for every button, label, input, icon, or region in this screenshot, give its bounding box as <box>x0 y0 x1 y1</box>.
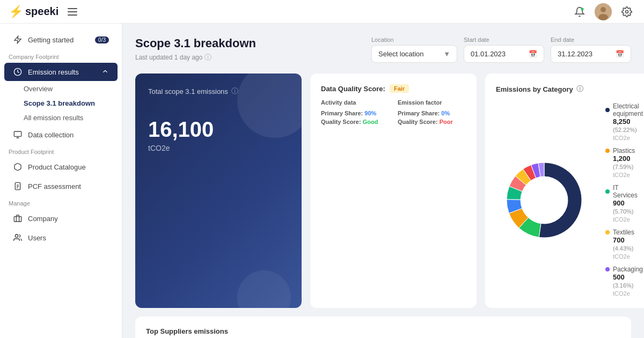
sidebar-item-data-collection[interactable]: Data collection <box>4 126 118 144</box>
start-date-value: 01.01.2023 <box>471 50 506 58</box>
data-collection-icon <box>13 130 23 139</box>
cards-row: Total scope 3.1 emissions ⓘ 16,100 tCO2e… <box>135 74 631 308</box>
sidebar: Getting started 0/3 Company Footprint Em… <box>0 24 122 338</box>
help-icon: ⓘ <box>204 53 211 62</box>
end-date-value: 31.12.2023 <box>558 50 592 58</box>
svg-rect-1 <box>68 11 77 12</box>
quality-table: Activity data Primary Share: 90% Quality… <box>321 99 466 127</box>
emission-results-icon <box>13 67 23 77</box>
page-title-area: Scope 3.1 breakdown Last updated 1 day a… <box>135 36 256 62</box>
topbar: ⚡ speeki <box>0 0 644 24</box>
svg-point-5 <box>601 7 606 12</box>
users-label: Users <box>28 234 46 242</box>
chevron-up-icon <box>101 68 109 77</box>
svg-marker-8 <box>14 36 21 43</box>
emissions-unit: tCO2e <box>148 144 289 152</box>
end-date-input[interactable]: 31.12.2023 📅 <box>551 45 631 63</box>
quality-badge: Fair <box>390 84 409 93</box>
emissions-card: Total scope 3.1 emissions ⓘ 16,100 tCO2e <box>135 74 302 308</box>
legend-item: IT Services 900 (5.70%) tCO2e <box>605 184 643 223</box>
sidebar-item-pcf-assessment[interactable]: PCF assessment <box>4 177 118 195</box>
emission-results-submenu: Overview Scope 3.1 breakdown All emissio… <box>0 82 122 125</box>
gear-icon[interactable] <box>618 3 635 20</box>
section-label-manage: Manage <box>0 196 122 209</box>
svg-point-6 <box>598 14 608 20</box>
location-select-value: Select location <box>378 50 424 58</box>
location-select[interactable]: Select location ▼ <box>371 45 457 63</box>
location-filter-label: Location <box>371 36 457 43</box>
legend-item: Electrical equipment 8,250 (52.22%) tCO2… <box>605 102 643 142</box>
section-label-product: Product Footprint <box>0 144 122 157</box>
svg-rect-10 <box>14 131 21 136</box>
emission-factor-col-title: Emission factor <box>398 99 466 106</box>
svg-point-18 <box>15 234 18 237</box>
users-icon <box>13 233 23 243</box>
emission-quality-score: Quality Score: Poor <box>398 119 466 125</box>
activity-primary-share: Primary Share: 90% <box>321 110 389 116</box>
activity-col-title: Activity data <box>321 99 389 106</box>
legend-dot <box>605 149 610 153</box>
page-subtitle: Last updated 1 day ago ⓘ <box>135 53 256 62</box>
sidebar-item-emission-results[interactable]: Emission results <box>4 63 118 81</box>
pcf-assessment-label: PCF assessment <box>28 182 81 190</box>
activity-data-col: Activity data Primary Share: 90% Quality… <box>321 99 389 127</box>
sidebar-item-scope31[interactable]: Scope 3.1 breakdown <box>24 96 122 111</box>
sidebar-item-getting-started-label: Getting started <box>28 36 74 44</box>
end-date-label: End date <box>551 36 631 43</box>
page-header: Scope 3.1 breakdown Last updated 1 day a… <box>135 36 631 63</box>
svg-point-3 <box>581 8 584 10</box>
sidebar-item-getting-started[interactable]: Getting started 0/3 <box>4 31 118 49</box>
lightning-icon <box>13 35 23 45</box>
emissions-help-icon: ⓘ <box>231 86 238 96</box>
company-icon <box>13 214 23 223</box>
page-title: Scope 3.1 breakdown <box>135 36 256 50</box>
svg-point-7 <box>626 10 628 13</box>
legend-item: Textiles 700 (4.43%) tCO2e <box>605 229 643 260</box>
location-chevron-icon: ▼ <box>443 50 450 58</box>
sidebar-item-product-catalogue[interactable]: Product Catalogue <box>4 158 118 176</box>
getting-started-badge: 0/3 <box>95 36 109 43</box>
topbar-left: ⚡ speeki <box>9 4 80 19</box>
emission-primary-share: Primary Share: 0% <box>398 110 466 116</box>
card-decoration-2 <box>237 270 291 308</box>
bell-icon[interactable] <box>571 3 588 20</box>
suppliers-title: Top Suppliers emissions <box>146 327 620 335</box>
filters: Location Select location ▼ Start date 01… <box>371 36 631 63</box>
svg-rect-17 <box>14 217 21 222</box>
legend-name: Textiles <box>605 229 643 236</box>
legend-dot <box>605 230 610 234</box>
sidebar-item-overview[interactable]: Overview <box>24 82 122 96</box>
quality-card: Data Quality Score: Fair Activity data P… <box>310 74 477 308</box>
topbar-right <box>571 3 635 20</box>
calendar-end-icon: 📅 <box>616 50 624 58</box>
sidebar-item-all-emissions[interactable]: All emission results <box>24 111 122 125</box>
legend-item: Plastics 1,200 (7.59%) tCO2e <box>605 147 643 179</box>
start-date-label: Start date <box>464 36 544 43</box>
sidebar-toggle-button[interactable] <box>65 4 80 19</box>
product-catalogue-icon <box>13 162 23 172</box>
donut-svg <box>496 152 592 248</box>
section-label-company: Company Footprint <box>0 49 122 62</box>
main-content: Scope 3.1 breakdown Last updated 1 day a… <box>122 24 644 338</box>
legend-name: Electrical equipment <box>605 102 643 117</box>
legend-dot <box>605 108 610 112</box>
end-date-filter-group: End date 31.12.2023 📅 <box>551 36 631 63</box>
app-body: Getting started 0/3 Company Footprint Em… <box>0 24 644 338</box>
quality-card-title: Data Quality Score: Fair <box>321 84 466 93</box>
location-filter-group: Location Select location ▼ <box>371 36 457 63</box>
data-collection-label: Data collection <box>28 131 74 139</box>
start-date-input[interactable]: 01.01.2023 📅 <box>464 45 544 63</box>
sidebar-item-users[interactable]: Users <box>4 229 118 247</box>
logo-text: speeki <box>25 5 58 18</box>
category-content: Electrical equipment 8,250 (52.22%) tCO2… <box>496 102 644 297</box>
avatar[interactable] <box>595 3 612 20</box>
sidebar-item-company[interactable]: Company <box>4 209 118 227</box>
category-legend: Electrical equipment 8,250 (52.22%) tCO2… <box>605 102 644 297</box>
legend-item: Packaging 500 (3.16%) tCO2e <box>605 266 643 297</box>
donut-chart <box>496 152 592 248</box>
calendar-start-icon: 📅 <box>529 50 537 58</box>
svg-rect-0 <box>68 8 77 9</box>
logo: ⚡ speeki <box>9 5 58 19</box>
activity-quality-score: Quality Score: Good <box>321 119 389 125</box>
legend-name: Packaging <box>605 266 643 273</box>
